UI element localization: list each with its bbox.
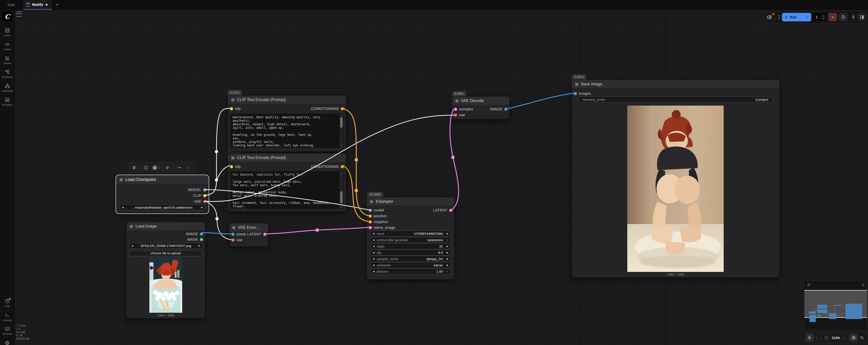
scroll-up-icon[interactable]: ▲ xyxy=(340,114,343,117)
conditioning-slot-dot[interactable] xyxy=(341,107,344,110)
prompt-textarea[interactable]: fur texture, realistic fur, fluffy fur, … xyxy=(230,171,343,209)
node-info-button[interactable] xyxy=(142,163,150,172)
toggle-panel-button[interactable] xyxy=(858,13,866,22)
widget-dec-arrow-icon[interactable]: ◀ xyxy=(373,239,376,241)
app-menu-label[interactable]: Kota xyxy=(4,0,19,9)
node-clip-text-encode-positive[interactable]: CLIP Text Encode (Prompt) clip CONDITION… xyxy=(227,95,346,152)
spinner-up-icon[interactable] xyxy=(822,15,825,17)
prompt-textarea[interactable]: masterpiece, best quality, amazing quali… xyxy=(230,114,343,148)
reroute-dot[interactable] xyxy=(215,178,218,182)
node-header[interactable]: Load Checkpoint xyxy=(116,175,209,184)
clip-slot-dot[interactable] xyxy=(230,165,233,168)
toggle-minimap-button[interactable] xyxy=(849,334,858,342)
sidebar-item-assets[interactable]: Assets xyxy=(0,28,14,37)
latent-slot-dot[interactable] xyxy=(369,226,372,229)
run-button[interactable]: Run xyxy=(782,13,811,22)
load-image-preview[interactable] xyxy=(149,257,182,313)
workflow-tab-maddy[interactable]: Maddy xyxy=(23,0,52,9)
widget-scheduler[interactable]: ◀ scheduler karras ▶ xyxy=(370,262,451,268)
widget-inc-arrow-icon[interactable]: ▶ xyxy=(445,239,448,241)
save-image-preview[interactable] xyxy=(627,106,724,272)
scroll-up-icon[interactable]: ▲ xyxy=(340,172,343,174)
sidebar-item-help[interactable]: Help xyxy=(0,298,14,307)
widget-dec-arrow-icon[interactable]: ◀ xyxy=(373,257,376,260)
clip-slot-dot[interactable] xyxy=(230,107,233,110)
reroute-dot[interactable] xyxy=(354,158,358,162)
refresh-node-button[interactable] xyxy=(175,163,183,172)
sidebar-item-nodes[interactable]: Nodes xyxy=(0,42,14,50)
cancel-run-button[interactable] xyxy=(828,13,837,22)
widget-cfg[interactable]: ◀ cfg 6.0 ▶ xyxy=(370,249,451,255)
new-workflow-tab-button[interactable]: + xyxy=(54,1,61,8)
node-header[interactable]: VAE Enco... xyxy=(229,223,269,232)
choose-file-button[interactable]: choose file to upload xyxy=(129,250,203,256)
widget-dec-arrow-icon[interactable]: ◀ xyxy=(373,264,376,266)
widget-dec-arrow-icon[interactable]: ◀ xyxy=(373,232,376,235)
minimap-view[interactable] xyxy=(804,288,867,330)
sidebar-item-models[interactable]: Models xyxy=(0,56,14,65)
image-slot-dot[interactable] xyxy=(200,232,203,236)
extensions-button[interactable] xyxy=(763,11,776,23)
batch-count-input[interactable]: 1 xyxy=(813,13,826,22)
combo-next-arrow-icon[interactable]: ▶ xyxy=(196,244,200,247)
zoom-options-chevron[interactable] xyxy=(841,334,846,342)
tool-options-chevron[interactable] xyxy=(814,334,819,342)
widget-inc-arrow-icon[interactable]: ▶ xyxy=(445,251,448,254)
scrollbar-thumb[interactable] xyxy=(340,117,343,128)
widget-sampler-name[interactable]: ◀ sampler_name dpmpp_2m ▶ xyxy=(370,256,451,262)
node-color-picker[interactable] xyxy=(151,163,162,172)
textarea-scrollbar[interactable]: ▲ ▼ xyxy=(340,172,343,208)
fit-view-button[interactable] xyxy=(822,334,830,342)
image-file-combo[interactable]: ◀ SPOILER_00086-1794070257.png ▶ xyxy=(129,243,203,249)
node-vae-decode[interactable]: VAE Decode samples vae IMAGE xyxy=(452,96,510,119)
minimap-close-icon[interactable] xyxy=(861,283,865,287)
node-more-options-button[interactable]: ⋮ xyxy=(184,163,192,172)
count-spinners[interactable] xyxy=(822,15,825,20)
conditioning-slot-dot[interactable] xyxy=(341,165,344,168)
node-load-image[interactable]: Load Image IMAGE MASK ◀ SPOILER_00086-17… xyxy=(126,222,206,318)
vae-slot-dot[interactable] xyxy=(231,238,235,242)
canvas-menu-icon[interactable] xyxy=(16,11,22,16)
sidebar-item-nodesmap[interactable]: NodesMap xyxy=(0,83,14,92)
sidebar-item-shortcuts[interactable]: Shortcuts xyxy=(0,326,14,335)
reroute-dot[interactable] xyxy=(354,189,358,192)
node-header[interactable]: CLIP Text Encode (Prompt) xyxy=(228,96,346,104)
scroll-down-icon[interactable]: ▼ xyxy=(340,206,343,208)
reroute-dot[interactable] xyxy=(215,150,218,153)
zoom-level-value[interactable]: 112% xyxy=(831,336,841,340)
model-slot-dot[interactable] xyxy=(203,188,207,192)
toggle-links-button[interactable] xyxy=(858,334,866,342)
sidebar-item-workflows[interactable]: Workflows xyxy=(0,69,14,78)
delete-node-button[interactable] xyxy=(130,163,138,172)
widget-dec-arrow-icon[interactable]: ◀ xyxy=(373,270,376,273)
image-slot-dot[interactable] xyxy=(231,233,235,236)
widget-inc-arrow-icon[interactable]: ▶ xyxy=(445,270,448,273)
widget-steps[interactable]: ◀ steps 32 ▶ xyxy=(370,243,451,249)
node-load-checkpoint[interactable]: Load Checkpoint MODEL CLIP VAE ◀ .. miao… xyxy=(116,175,209,213)
node-header[interactable]: CLIP Text Encode (Prompt) xyxy=(228,153,346,162)
clip-slot-dot[interactable] xyxy=(203,194,207,197)
user-account-button[interactable] xyxy=(849,13,858,22)
node-save-image[interactable]: Save Image images filename_prefix ComfyU… xyxy=(571,80,780,278)
vae-slot-dot[interactable] xyxy=(203,200,207,203)
reroute-dot[interactable] xyxy=(451,156,455,159)
minimap-options-icon[interactable] xyxy=(807,283,811,287)
widget-inc-arrow-icon[interactable]: ▶ xyxy=(445,245,448,247)
node-header[interactable]: VAE Decode xyxy=(452,97,509,105)
combo-prev-arrow-icon[interactable]: ◀ xyxy=(131,244,135,247)
image-slot-dot[interactable] xyxy=(504,108,507,111)
history-button[interactable] xyxy=(839,13,847,22)
combo-prev-arrow-icon[interactable]: ◀ xyxy=(122,206,125,209)
widget-seed[interactable]: ◀ seed 1078997449937564 ▶ xyxy=(370,231,451,237)
textarea-scrollbar[interactable]: ▲ ▼ xyxy=(340,114,343,147)
image-slot-dot[interactable] xyxy=(574,92,577,95)
widget-inc-arrow-icon[interactable]: ▶ xyxy=(445,264,448,266)
latent-slot-dot[interactable] xyxy=(449,209,453,212)
node-header[interactable]: KSampler xyxy=(367,197,455,206)
widget-denoise[interactable]: ◀ denoise 1.00 ▶ xyxy=(370,268,451,274)
widget-control-after-generate[interactable]: ◀ control after generate randomize ▶ xyxy=(370,237,451,243)
run-options-chevron-icon[interactable] xyxy=(805,15,809,19)
sidebar-item-templates[interactable]: Templates xyxy=(0,97,14,106)
combo-next-arrow-icon[interactable]: ▶ xyxy=(199,206,203,209)
mask-slot-dot[interactable] xyxy=(200,238,203,241)
